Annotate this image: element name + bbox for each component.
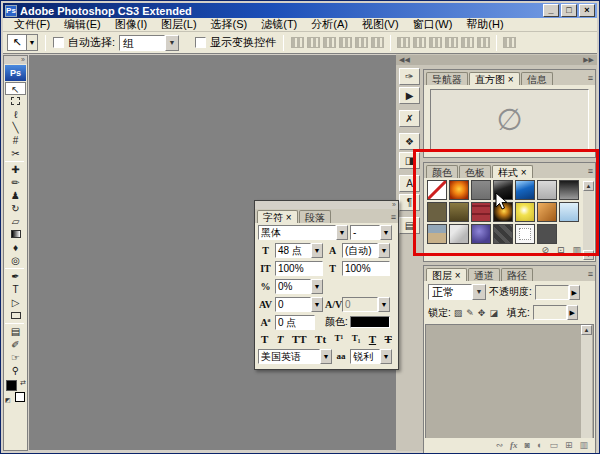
style-charcoal[interactable] [537, 224, 557, 244]
auto-align-layers-icon[interactable] [503, 37, 516, 48]
link-layers-icon[interactable]: ∾ [496, 440, 504, 450]
menu-item-analysis[interactable]: 分析(A) [304, 17, 355, 32]
faux-bold-button[interactable]: T [261, 333, 268, 345]
align-right-edges-icon[interactable] [371, 37, 384, 48]
tracking-dropdown[interactable]: 0 ▼ [342, 297, 390, 312]
text-color-swatch[interactable] [350, 316, 390, 328]
collapse-left-icon[interactable]: ◀◀ [399, 55, 410, 65]
styles-group-tab[interactable]: 色板 [459, 165, 491, 178]
align-horizontal-centers-icon[interactable] [355, 37, 368, 48]
styles-group-tab[interactable]: 样式 × [492, 165, 533, 178]
title-bar[interactable]: Ps Adobe Photoshop CS3 Extended _ □ × [3, 3, 597, 18]
delete-style-icon[interactable]: ▥ [572, 245, 581, 255]
style-red-tiles[interactable] [471, 202, 491, 222]
layers-scrollbar[interactable]: ▲ [581, 325, 592, 439]
histogram-group-tab[interactable]: 直方图 × [469, 72, 520, 85]
style-olive[interactable] [427, 202, 447, 222]
delete-layer-icon[interactable]: ▥ [579, 440, 588, 450]
close-button[interactable]: × [579, 4, 595, 17]
distribute-left-icon[interactable] [445, 37, 458, 48]
chevron-down-icon[interactable]: ▼ [472, 284, 486, 300]
style-dark-gradient[interactable] [559, 180, 579, 200]
chevron-down-icon[interactable]: ▼ [311, 297, 323, 312]
gradient-tool[interactable] [5, 228, 26, 241]
swap-colors-icon[interactable]: ⇄ [20, 379, 26, 387]
style-blue-wave[interactable] [515, 180, 535, 200]
move-tool[interactable]: ↖ [5, 82, 26, 95]
auto-select-dropdown[interactable]: 组 ▼ [119, 35, 179, 51]
language-dropdown[interactable]: 美国英语 ▼ [258, 349, 332, 364]
menu-item-select[interactable]: 选择(S) [204, 17, 255, 32]
style-gray[interactable] [471, 180, 491, 200]
adjustment-layer-icon[interactable]: ◐ [537, 440, 542, 450]
subscript-button[interactable]: T₁ [352, 333, 361, 345]
character-group-tab[interactable]: 字符 × [257, 210, 298, 223]
horizontal-scale-field[interactable]: 100% [342, 261, 390, 276]
hand-tool[interactable]: ☞ [5, 351, 26, 364]
style-purple-gloss[interactable] [471, 224, 491, 244]
chevron-down-icon[interactable]: ▼ [380, 225, 392, 240]
dock-collapse-bar[interactable]: ◀◀ ▶▶ [396, 55, 597, 65]
underline-button[interactable]: T [369, 333, 376, 345]
character-panel-icon[interactable]: A [399, 175, 420, 192]
layer-group-icon[interactable]: ▭ [549, 440, 558, 450]
align-left-edges-icon[interactable] [339, 37, 352, 48]
font-family-dropdown[interactable]: 黑体 ▼ [258, 225, 348, 240]
new-style-icon[interactable]: ⊡ [557, 245, 565, 255]
color-wells[interactable]: ◩ ⇄ [5, 379, 26, 403]
align-vertical-centers-icon[interactable] [307, 37, 320, 48]
slider-arrow-icon[interactable]: ▶ [569, 285, 580, 300]
panel-menu-icon[interactable]: ≡ [391, 212, 396, 222]
chevron-down-icon[interactable]: ▼ [378, 243, 390, 258]
layer-style-icon[interactable]: fx [510, 440, 518, 450]
dodge-tool[interactable]: ◎ [5, 254, 26, 267]
align-bottom-edges-icon[interactable] [323, 37, 336, 48]
eyedropper-tool[interactable]: ✐ [5, 338, 26, 351]
styles-scrollbar[interactable]: ▲ ▼ [583, 181, 594, 260]
swatches-panel-icon[interactable]: ❖ [399, 133, 420, 150]
clear-style-icon[interactable]: ⊘ [541, 245, 549, 255]
distribute-bottom-icon[interactable] [429, 37, 442, 48]
styles-panel-icon[interactable]: ◨ [399, 152, 420, 169]
history-brush-tool[interactable]: ↻ [5, 202, 26, 215]
scroll-down-icon[interactable]: ▼ [583, 250, 594, 260]
chevron-down-icon[interactable]: ▼ [380, 349, 392, 364]
anti-alias-dropdown[interactable]: 锐利 ▼ [350, 349, 392, 364]
show-transform-checkbox[interactable] [195, 37, 206, 48]
foreground-color-well[interactable] [6, 380, 17, 391]
maximize-button[interactable]: □ [561, 4, 577, 17]
lasso-tool[interactable]: ℓ [5, 108, 26, 121]
new-layer-icon[interactable]: ⊞ [565, 440, 573, 450]
minimize-button[interactable]: _ [543, 4, 559, 17]
background-color-well[interactable] [15, 392, 25, 402]
style-white-dashed[interactable] [515, 224, 535, 244]
histogram-group-tab[interactable]: 导航器 [426, 72, 468, 85]
distribute-right-icon[interactable] [477, 37, 490, 48]
distribute-vcenter-icon[interactable] [413, 37, 426, 48]
menu-item-file[interactable]: 文件(F) [7, 17, 57, 32]
menu-item-window[interactable]: 窗口(W) [406, 17, 460, 32]
style-dark-checker[interactable] [493, 224, 513, 244]
layers-group-tab[interactable]: 通道 [468, 268, 500, 281]
tool-presets-panel-icon[interactable]: ✗ [399, 110, 420, 127]
distribute-hcenter-icon[interactable] [461, 37, 474, 48]
marquee-tool[interactable] [5, 95, 26, 108]
clone-stamp-tool[interactable]: ♟ [5, 189, 26, 202]
slider-arrow-icon[interactable]: ▶ [567, 305, 578, 320]
distribute-top-icon[interactable] [397, 37, 410, 48]
layers-group-tab[interactable]: 图层 × [426, 268, 467, 281]
layer-comps-panel-icon[interactable]: ▤ [399, 217, 420, 234]
panel-menu-icon[interactable]: ≡ [588, 73, 593, 83]
menu-item-filter[interactable]: 滤镜(T) [254, 17, 304, 32]
kerning-dropdown[interactable]: 0 ▼ [275, 297, 323, 312]
style-black-yellow-sparkle[interactable] [493, 202, 513, 222]
layer-mask-icon[interactable]: ◙ [525, 440, 530, 450]
all-caps-button[interactable]: TT [292, 333, 307, 345]
style-sky[interactable] [559, 202, 579, 222]
style-brown-texture[interactable] [449, 202, 469, 222]
crop-tool[interactable]: # [5, 134, 26, 147]
toolbox-grip[interactable]: » [4, 56, 27, 64]
lock-transparency-icon[interactable]: ▨ [454, 308, 463, 318]
collapse-right-icon[interactable]: ▶▶ [583, 55, 594, 65]
eraser-tool[interactable]: ▱ [5, 215, 26, 228]
